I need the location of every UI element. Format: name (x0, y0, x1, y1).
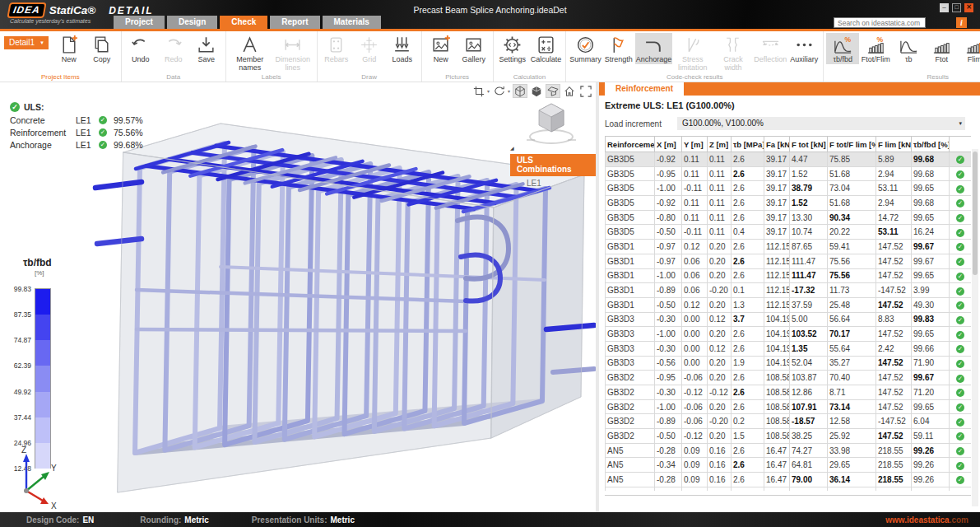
selection-tool-icon[interactable] (471, 84, 486, 98)
new-picture-button[interactable]: New (425, 33, 457, 64)
undo-button[interactable]: Undo (124, 33, 157, 64)
table-row[interactable]: GB3D5-0.920.110.112.639.171.5251.682.949… (606, 196, 972, 211)
table-row[interactable]: GB3D2-1.00-0.060.202.6108.58107.9173.141… (606, 399, 972, 414)
table-cell: 112.15 (764, 297, 790, 312)
uls-combinations-item[interactable]: ULS Combinations (510, 154, 596, 176)
tab-design[interactable]: Design (167, 16, 217, 29)
tab-check[interactable]: Check (220, 16, 267, 29)
table-row[interactable]: AN5-0.280.090.162.616.4779.0036.14218.55… (606, 473, 972, 487)
table-row[interactable]: GB3D1-0.890.06-0.200.1112.15-17.3211.73-… (606, 283, 972, 298)
new-project-item-button[interactable]: New (53, 33, 86, 64)
flim-result-button[interactable]: Flim (958, 33, 980, 64)
table-cell: 0.16 (708, 458, 732, 473)
table-row[interactable]: GB3D5-1.00-0.110.112.639.1738.7973.0453.… (606, 181, 972, 196)
tab-report[interactable]: Report (270, 16, 319, 29)
status-cell: ✓ (950, 385, 972, 400)
load-case-item[interactable]: LE1 (527, 179, 596, 188)
clipping-plane-icon[interactable] (546, 84, 560, 98)
tree-expander-icon[interactable]: ◢ (510, 146, 514, 151)
table-cell: -0.20 (708, 414, 732, 429)
solid-view-icon[interactable] (529, 84, 544, 98)
loads-button[interactable]: Loads (386, 33, 419, 64)
table-row[interactable]: GB3D3-0.300.000.123.7104.195.0056.648.83… (606, 312, 972, 327)
detail-selector[interactable]: Detail1 ▾ (4, 36, 49, 49)
copy-button[interactable]: Copy (86, 33, 118, 64)
auxiliary-button[interactable]: Auxiliary (787, 33, 820, 64)
table-cell: 2.6 (732, 371, 764, 385)
save-button[interactable]: Save (190, 33, 223, 64)
table-row[interactable]: GB3D5-0.950.110.112.639.171.5251.682.949… (606, 166, 972, 181)
load-increment-dropdown[interactable]: G100.00%, V100.00% ▾ (677, 117, 965, 130)
table-cell: 1.35 (790, 341, 828, 356)
table-row[interactable]: GB3D3-0.300.000.122.6104.191.3555.642.42… (606, 341, 972, 356)
table-cell: 3.7 (732, 312, 764, 327)
table-row[interactable]: GB3D1-0.970.060.202.6112.15111.4775.5614… (606, 254, 972, 268)
close-button[interactable]: ✕ (964, 3, 973, 12)
table-row[interactable]: GB3D3-0.560.000.201.9104.1952.0435.27147… (606, 356, 972, 371)
home-view-icon[interactable] (562, 84, 577, 98)
extreme-uls-title: Extreme ULS: LE1 (G100.00%) (605, 100, 980, 110)
check-ok-icon: ✓ (956, 389, 964, 397)
table-row[interactable]: GB3D2-0.95-0.060.202.6108.58103.8770.401… (606, 371, 972, 385)
wireframe-view-icon[interactable] (513, 84, 527, 98)
table-cell: 0.12 (682, 240, 708, 254)
tab-reinforcement[interactable]: Reinforcement (605, 82, 684, 96)
column-header: τb [MPa] (732, 137, 764, 152)
info-button[interactable]: i (956, 17, 967, 28)
table-scrollbar[interactable] (972, 149, 978, 506)
table-cell: 147.52 (876, 240, 912, 254)
maximize-button[interactable]: □ (952, 3, 961, 12)
minimize-button[interactable]: – (940, 3, 949, 12)
status-cell: ✓ (950, 166, 972, 181)
table-cell: 0.16 (708, 473, 732, 487)
table-row[interactable]: AN5-0.280.090.162.616.4774.2733.98218.55… (606, 443, 972, 458)
website-link[interactable]: www.ideastatica.com (885, 515, 968, 525)
search-input[interactable] (834, 17, 926, 28)
summary-button[interactable]: Summary (569, 33, 602, 64)
tab-project[interactable]: Project (114, 16, 165, 29)
table-row[interactable]: GB3D1-1.000.060.202.6112.15111.4775.5614… (606, 268, 972, 283)
table-row[interactable]: GB3D1-0.970.120.202.6112.1587.6559.41147… (606, 240, 972, 254)
table-cell: 79.00 (790, 473, 828, 487)
calculate-button[interactable]: Calculate (529, 33, 564, 64)
anchorage-button[interactable]: Anchorage (635, 33, 672, 64)
navigation-cube[interactable] (520, 99, 583, 150)
table-cell: GB3D1 (606, 240, 655, 254)
orbit-tool-icon[interactable] (492, 84, 507, 98)
table-cell: 73.04 (828, 181, 876, 196)
status-cell: ✓ (950, 283, 972, 298)
table-row[interactable]: GB3D2-0.50-0.120.201.5108.5838.2525.9214… (606, 429, 972, 444)
ftot-flim-result-button[interactable]: Ftot/Flim (859, 33, 892, 64)
gallery-button[interactable]: Gallery (457, 33, 490, 64)
chevron-down-icon[interactable]: ▾ (508, 88, 510, 94)
settings-button[interactable]: Settings (496, 33, 529, 64)
tb-result-button[interactable]: τb (892, 33, 925, 64)
table-cell: 112.15 (764, 240, 790, 254)
table-cell: 99.67 (912, 240, 950, 254)
tb-fbd-result-button[interactable]: τb/fbd (826, 33, 859, 64)
member-names-button[interactable]: Member names (229, 33, 272, 72)
table-cell: 5.89 (876, 152, 912, 167)
table-cell: 10.74 (790, 225, 828, 240)
table-row[interactable]: GB3D2-0.30-0.12-0.122.6108.5812.868.7114… (606, 385, 972, 400)
ftot-result-button[interactable]: Ftot (925, 33, 958, 64)
strength-button[interactable]: Strength (602, 33, 635, 64)
table-row[interactable]: AN5-0.340.090.162.616.4764.8129.65218.55… (606, 458, 972, 473)
table-cell: 147.52 (876, 399, 912, 414)
table-row[interactable]: GB3D2-0.89-0.06-0.200.2108.58-18.5712.58… (606, 414, 972, 429)
check-ok-icon: ✓ (956, 462, 964, 470)
table-cell: 51.68 (828, 166, 876, 181)
table-cell: 99.67 (912, 254, 950, 268)
table-row[interactable]: GB3D1-0.500.120.201.3112.1537.5925.48147… (606, 297, 972, 312)
legend-band (35, 340, 50, 366)
ribbon-group-label: Pictures (422, 73, 493, 81)
table-row[interactable]: GB3D5-0.800.110.112.639.1713.3090.3414.7… (606, 210, 972, 225)
scrollbar-thumb[interactable] (973, 152, 978, 275)
tab-materials[interactable]: Materials (323, 16, 381, 29)
table-cell: 16.47 (764, 473, 790, 487)
table-row[interactable]: GB3D5-0.50-0.110.110.439.1710.7420.2253.… (606, 225, 972, 240)
table-row[interactable]: GB3D3-1.000.000.202.6104.19103.5270.1714… (606, 327, 972, 342)
table-row[interactable]: GB3D5-0.920.110.112.639.174.4775.855.899… (606, 152, 972, 167)
zoom-extents-icon[interactable] (578, 84, 593, 98)
chevron-down-icon[interactable]: ▾ (487, 88, 490, 94)
